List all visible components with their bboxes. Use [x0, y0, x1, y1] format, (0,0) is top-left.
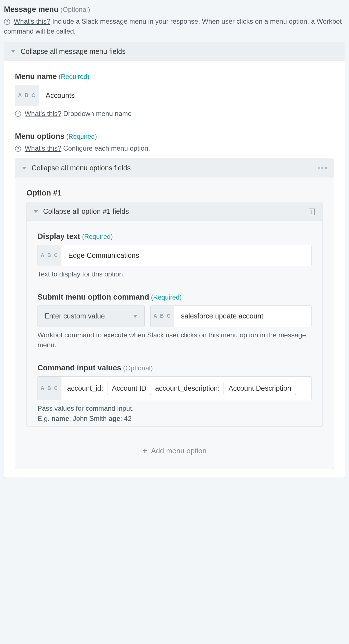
- display-text-hint: Text to display for this option.: [37, 269, 312, 279]
- help-icon: ?: [15, 146, 21, 152]
- menu-name-input[interactable]: [39, 85, 334, 106]
- message-menu-help: ? What's this? Include a Slack message m…: [4, 17, 345, 36]
- menu-options-panel: Collapse all menu options fields Option …: [15, 159, 334, 469]
- submit-command-select-value: Enter custom value: [45, 312, 105, 320]
- message-menu-title: Message menu: [4, 5, 59, 14]
- required-tag: (Required): [66, 133, 97, 140]
- collapse-message-menu-bar[interactable]: Collapse all message menu fields: [4, 42, 345, 61]
- submit-command-select[interactable]: Enter custom value: [37, 305, 145, 327]
- abc-icon: A B C: [38, 377, 61, 400]
- collapse-menu-options-bar[interactable]: Collapse all menu options fields: [15, 159, 334, 177]
- command-input-hint-1: Pass values for command input.: [37, 404, 312, 414]
- menu-options-label: Menu options: [15, 132, 64, 140]
- optional-tag: (Optional): [123, 364, 153, 372]
- plus-icon: +: [143, 446, 147, 455]
- menu-name-hint: Dropdown menu name: [63, 110, 132, 117]
- submit-command-label: Submit menu option command: [37, 293, 149, 301]
- whats-this-link[interactable]: What's this?: [14, 17, 50, 25]
- command-input-hint-2: E.g. name: John Smith age: 42: [37, 414, 312, 424]
- display-text-label: Display text: [37, 232, 80, 241]
- menu-name-field: Menu name (Required) A B C ? What's this…: [15, 72, 334, 119]
- command-text: account_description:: [155, 384, 220, 392]
- abc-icon: A B C: [151, 306, 174, 327]
- help-icon: ?: [4, 19, 10, 25]
- display-text-input[interactable]: [61, 245, 311, 266]
- whats-this-link[interactable]: What's this?: [25, 110, 61, 117]
- submit-command-input[interactable]: [174, 306, 311, 327]
- command-input-tokens[interactable]: account_id: Account ID account_descripti…: [61, 377, 311, 400]
- collapse-menu-options-label: Collapse all menu options fields: [32, 164, 131, 172]
- abc-icon: A B C: [15, 85, 39, 106]
- display-text-field: Display text (Required) A B C Text to di…: [37, 232, 312, 279]
- required-tag: (Required): [82, 233, 113, 240]
- token-account-id[interactable]: Account ID: [107, 382, 151, 395]
- message-menu-panel: Collapse all message menu fields Menu na…: [4, 42, 345, 478]
- collapse-message-menu-label: Collapse all message menu fields: [21, 47, 125, 56]
- menu-options-help: ? What's this? Configure each menu optio…: [15, 144, 334, 153]
- submit-command-hint: Workbot command to execute when Slack us…: [37, 330, 312, 350]
- menu-name-input-wrap: A B C: [15, 85, 334, 106]
- menu-options-hint: Configure each menu option.: [63, 144, 150, 152]
- optional-tag: (Optional): [60, 6, 90, 13]
- message-menu-description: Include a Slack message menu in your res…: [4, 17, 342, 35]
- whats-this-link[interactable]: What's this?: [25, 144, 61, 152]
- help-icon: ?: [15, 111, 21, 117]
- caret-down-icon: [34, 210, 38, 213]
- trash-icon[interactable]: [309, 208, 315, 215]
- display-text-input-wrap: A B C: [37, 245, 312, 266]
- required-tag: (Required): [59, 73, 89, 80]
- abc-icon: A B C: [38, 245, 61, 266]
- submit-command-field: Submit menu option command (Required) En…: [37, 293, 312, 350]
- token-account-description[interactable]: Account Description: [224, 382, 296, 395]
- caret-down-icon: [11, 50, 16, 53]
- add-menu-option-button[interactable]: + Add menu option: [26, 438, 323, 460]
- caret-down-icon: [133, 315, 138, 318]
- menu-name-label: Menu name: [15, 72, 57, 81]
- option-1-panel: Collapse all option #1 fields Display te…: [26, 202, 323, 427]
- menu-options-field: Menu options (Required) ? What's this? C…: [15, 132, 334, 469]
- add-menu-option-label: Add menu option: [151, 447, 207, 455]
- required-tag: (Required): [151, 294, 182, 301]
- option-1-title: Option #1: [26, 189, 62, 197]
- command-input-wrap[interactable]: A B C account_id: Account ID account_des…: [37, 376, 312, 400]
- menu-name-help: ? What's this? Dropdown menu name: [15, 109, 334, 119]
- command-input-field: Command input values (Optional) A B C ac…: [37, 364, 312, 424]
- submit-command-input-wrap: A B C: [150, 305, 312, 327]
- collapse-option-1-label: Collapse all option #1 fields: [43, 207, 129, 216]
- message-menu-header: Message menu (Optional): [4, 5, 345, 14]
- more-icon[interactable]: [318, 167, 327, 169]
- command-input-label: Command input values: [37, 364, 121, 372]
- collapse-option-1-bar[interactable]: Collapse all option #1 fields: [27, 202, 322, 221]
- command-text: account_id:: [67, 384, 103, 392]
- caret-down-icon: [22, 167, 26, 170]
